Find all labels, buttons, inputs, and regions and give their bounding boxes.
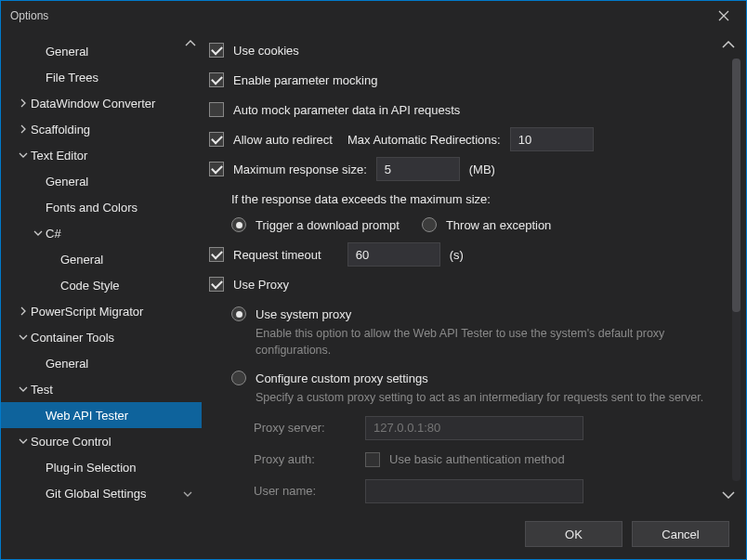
auto-mock-checkbox[interactable] [209,102,224,117]
tree-item[interactable]: Plug-in Selection [1,454,202,480]
tree-list: GeneralFile TreesDataWindow ConverterSca… [1,38,202,506]
dialog-body: GeneralFile TreesDataWindow ConverterSca… [1,31,746,509]
proxy-system-radio[interactable] [231,306,246,321]
tree-scroll-up-icon[interactable] [185,36,196,50]
tree-item-label: C# [46,227,61,241]
tree-item-label: Test [31,383,53,397]
tree-item-label: Source Control [31,435,111,449]
user-name-label: User name: [254,484,356,498]
panel-scroll-up-icon[interactable] [722,38,735,52]
title-bar: Options [1,1,746,31]
proxy-auth-checkbox[interactable] [365,452,380,467]
proxy-system-label: Use system proxy [256,307,351,321]
tree-item-label: DataWindow Converter [31,97,155,111]
tree-item-label: Scaffolding [31,123,90,137]
tree-item[interactable]: Web API Tester [1,402,202,428]
tree-item-label: Web API Tester [46,409,128,423]
allow-redirect-checkbox[interactable] [209,132,224,147]
max-response-checkbox[interactable] [209,162,224,176]
overflow-throw-label: Throw an exception [446,218,551,232]
tree-item-label: Code Style [60,279,120,293]
proxy-custom-radio[interactable] [231,371,246,385]
use-cookies-checkbox[interactable] [209,43,224,58]
settings-panel: Use cookies Enable parameter mocking Aut… [202,31,746,509]
chevron-down-icon[interactable] [18,151,31,159]
chevron-right-icon[interactable] [18,306,31,316]
tree-item-label: PowerScript Migrator [31,305,143,319]
tree-item-label: File Trees [46,71,98,85]
tree-item[interactable]: Container Tools [1,324,202,350]
overflow-download-label: Trigger a download prompt [256,218,400,232]
use-proxy-checkbox[interactable] [209,277,224,292]
tree-item[interactable]: Source Control [1,428,202,454]
tree-item-label: General [46,45,88,59]
tree-item[interactable]: Fonts and Colors [1,194,202,220]
max-redirect-input[interactable] [510,127,594,151]
user-name-input[interactable] [365,479,583,503]
tree-item-label: General [46,175,88,189]
tree-item[interactable]: DataWindow Converter [1,90,202,116]
tree-item[interactable]: C# [1,220,202,246]
overflow-throw-radio[interactable] [422,217,437,232]
tree-item-label: Plug-in Selection [46,461,137,475]
timeout-unit: (s) [450,248,464,262]
panel-scrollbar-thumb[interactable] [732,59,740,312]
close-button[interactable] [705,3,742,29]
tree-item-label: Container Tools [31,331,114,345]
chevron-down-icon[interactable] [33,229,46,237]
proxy-auth-chk-label: Use basic authentication method [389,452,565,466]
tree-item[interactable]: Code Style [1,272,202,298]
tree-item-label: Fonts and Colors [46,201,138,215]
max-redirect-label: Max Automatic Redirections: [347,133,501,147]
overflow-prompt: If the response data exceeds the maximum… [231,192,491,206]
proxy-custom-desc: Specify a custom proxy setting to act as… [256,390,726,407]
tree-item[interactable]: PowerScript Migrator [1,298,202,324]
proxy-custom-label: Configure custom proxy settings [256,371,428,385]
tree-item[interactable]: Scaffolding [1,116,202,142]
tree-item-label: Git Global Settings [46,487,146,501]
tree-item-label: General [46,357,88,371]
tree-item[interactable]: General [1,168,202,194]
timeout-label: Request timeout [233,248,321,262]
max-response-input[interactable] [376,157,460,181]
tree-item[interactable]: General [1,246,202,272]
proxy-auth-label: Proxy auth: [254,452,356,466]
param-mocking-label: Enable parameter mocking [233,73,377,87]
cancel-button[interactable]: Cancel [632,521,729,547]
tree-item[interactable]: Test [1,376,202,402]
proxy-system-desc: Enable this option to allow the Web API … [256,326,726,358]
proxy-server-input[interactable] [365,416,583,440]
use-proxy-label: Use Proxy [233,278,289,292]
tree-item[interactable]: Git Global Settings [1,480,202,506]
chevron-right-icon[interactable] [18,98,31,108]
close-icon [718,10,729,21]
tree-item-label: General [60,253,103,267]
tree-item-label: Text Editor [31,149,87,163]
auto-mock-label: Auto mock parameter data in API requests [233,103,460,117]
dialog-footer: OK Cancel [1,509,746,559]
tree-item[interactable]: File Trees [1,64,202,90]
chevron-down-icon[interactable] [18,437,31,445]
max-response-label: Maximum response size: [233,163,367,176]
proxy-server-label: Proxy server: [254,421,356,435]
panel-scrollbar-track[interactable] [732,59,740,481]
max-response-unit: (MB) [469,163,495,176]
tree-item[interactable]: General [1,38,202,64]
chevron-down-icon[interactable] [18,385,31,393]
category-tree: GeneralFile TreesDataWindow ConverterSca… [1,31,202,509]
timeout-input[interactable] [347,242,440,267]
chevron-down-icon[interactable] [18,333,31,341]
allow-redirect-label: Allow auto redirect [233,133,333,147]
overflow-download-radio[interactable] [231,217,246,232]
dialog-title: Options [10,9,48,22]
tree-item[interactable]: Text Editor [1,142,202,168]
chevron-right-icon[interactable] [18,124,31,134]
use-cookies-label: Use cookies [233,44,299,58]
timeout-checkbox[interactable] [209,247,224,262]
param-mocking-checkbox[interactable] [209,72,224,87]
panel-scroll-down-icon[interactable] [722,488,735,501]
ok-button[interactable]: OK [525,521,622,547]
options-dialog: Options GeneralFile TreesDataWindow Conv… [0,0,747,560]
chevron-down-icon[interactable] [183,487,192,501]
tree-item[interactable]: General [1,350,202,376]
